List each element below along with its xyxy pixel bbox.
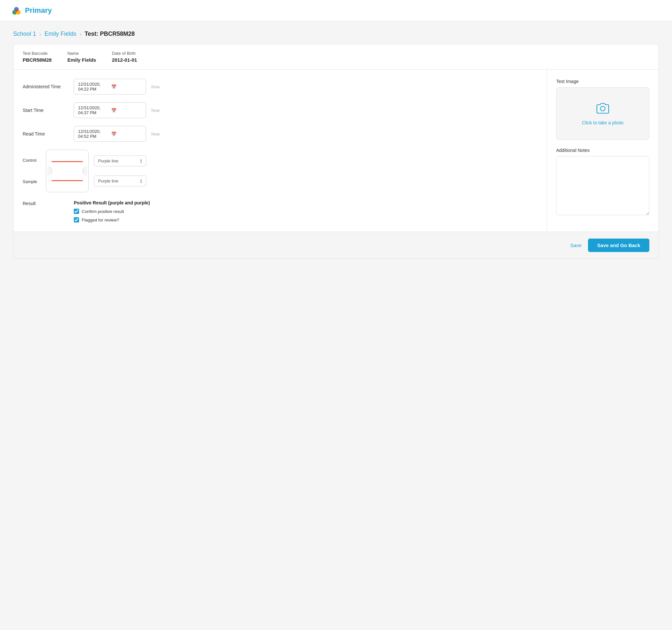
- confirm-checkbox-row[interactable]: Confirm positive result: [74, 209, 150, 214]
- barcode-label: Test Barcode: [23, 51, 51, 56]
- barcode-group: Test Barcode PBCR58M28: [23, 51, 51, 63]
- start-time-label: Start Time: [23, 107, 69, 113]
- left-panel: Administered Time 12/31/2020, 04:22 PM 📅…: [14, 70, 547, 232]
- flagged-checkbox-row[interactable]: Flagged for review?: [74, 217, 150, 222]
- photo-label: Click to take a photo: [582, 120, 624, 125]
- control-select[interactable]: Purple line No line Red line: [94, 155, 146, 166]
- save-back-button[interactable]: Save and Go Back: [588, 239, 649, 252]
- strip-selects: Purple line No line Red line Purple line…: [94, 155, 146, 186]
- app-name: Primary: [25, 6, 52, 15]
- calendar-icon-administered[interactable]: 📅: [111, 84, 142, 89]
- read-time-label: Read Time: [23, 131, 69, 137]
- administered-time-input[interactable]: 12/31/2020, 04:22 PM 📅: [74, 79, 146, 95]
- breadcrumb-test: Test: PBCR58M28: [85, 30, 135, 38]
- start-time-now[interactable]: Now: [151, 108, 160, 113]
- svg-point-3: [15, 9, 18, 12]
- strip-visual: [46, 150, 89, 192]
- dob-label: Date of Birth: [112, 51, 137, 56]
- breadcrumb: School 1 › Emily Fields › Test: PBCR58M2…: [0, 21, 672, 44]
- strip-notches: [48, 166, 87, 175]
- administered-time-row: Administered Time 12/31/2020, 04:22 PM 📅…: [23, 79, 537, 95]
- notes-textarea[interactable]: [556, 156, 649, 215]
- notes-title: Additional Notes: [556, 148, 649, 153]
- start-time-value: 12/31/2020, 04:37 PM: [78, 105, 109, 115]
- breadcrumb-student[interactable]: Emily Fields: [44, 30, 76, 38]
- notch-left: [48, 166, 52, 175]
- control-sample-row: Control Sample: [23, 150, 537, 192]
- administered-time-value: 12/31/2020, 04:22 PM: [78, 82, 109, 92]
- main-content: Test Barcode PBCR58M28 Name Emily Fields…: [0, 44, 672, 272]
- name-label: Name: [67, 51, 96, 56]
- read-time-value: 12/31/2020, 04:52 PM: [78, 129, 109, 139]
- start-time-row: Start Time 12/31/2020, 04:37 PM 📅 Now: [23, 102, 537, 118]
- header: Primary: [0, 0, 672, 21]
- footer: Save Save and Go Back: [14, 232, 658, 259]
- patient-info: Test Barcode PBCR58M28 Name Emily Fields…: [14, 44, 658, 70]
- breadcrumb-school[interactable]: School 1: [13, 30, 36, 38]
- photo-area[interactable]: Click to take a photo: [556, 87, 649, 140]
- breadcrumb-sep-2: ›: [79, 31, 81, 37]
- strip-labels: Control Sample: [23, 150, 41, 192]
- calendar-icon-start[interactable]: 📅: [111, 108, 142, 113]
- confirm-checkbox[interactable]: [74, 209, 79, 214]
- notch-right: [82, 166, 87, 175]
- result-row: Result Positive Result (purple and purpl…: [23, 200, 537, 222]
- flagged-checkbox[interactable]: [74, 217, 79, 222]
- confirm-label: Confirm positive result: [82, 209, 124, 214]
- logo-icon: [10, 5, 22, 17]
- logo: Primary: [10, 5, 52, 17]
- flagged-label: Flagged for review?: [82, 218, 119, 222]
- result-section: Result Positive Result (purple and purpl…: [23, 200, 537, 222]
- start-time-input[interactable]: 12/31/2020, 04:37 PM 📅: [74, 102, 146, 118]
- strip-control-line: [51, 161, 83, 162]
- result-content: Positive Result (purple and purple) Conf…: [74, 200, 150, 222]
- dob-value: 2012-01-01: [112, 57, 137, 63]
- right-panel: Test Image Click to take a photo Additio…: [547, 70, 658, 232]
- card: Test Barcode PBCR58M28 Name Emily Fields…: [13, 44, 659, 259]
- result-value: Positive Result (purple and purple): [74, 200, 150, 205]
- read-time-now[interactable]: Now: [151, 131, 160, 137]
- name-group: Name Emily Fields: [67, 51, 96, 63]
- barcode-value: PBCR58M28: [23, 57, 51, 63]
- result-label: Result: [23, 200, 69, 206]
- dob-group: Date of Birth 2012-01-01: [112, 51, 137, 63]
- name-value: Emily Fields: [67, 57, 96, 63]
- administered-time-label: Administered Time: [23, 84, 69, 89]
- strip-container: [46, 150, 89, 192]
- read-time-row: Read Time 12/31/2020, 04:52 PM 📅 Now: [23, 126, 537, 142]
- calendar-icon-read[interactable]: 📅: [111, 131, 142, 137]
- read-time-input[interactable]: 12/31/2020, 04:52 PM 📅: [74, 126, 146, 142]
- sample-select[interactable]: Purple line No line Red line: [94, 175, 146, 186]
- save-button[interactable]: Save: [570, 242, 581, 248]
- administered-time-now[interactable]: Now: [151, 84, 160, 89]
- strip-sample-line: [51, 180, 83, 181]
- test-image-title: Test Image: [556, 79, 649, 84]
- svg-point-4: [600, 106, 605, 111]
- content-grid: Administered Time 12/31/2020, 04:22 PM 📅…: [14, 70, 658, 232]
- breadcrumb-sep-1: ›: [39, 31, 41, 37]
- strip-wrapper: Control Sample: [23, 150, 146, 192]
- camera-icon: [596, 102, 610, 117]
